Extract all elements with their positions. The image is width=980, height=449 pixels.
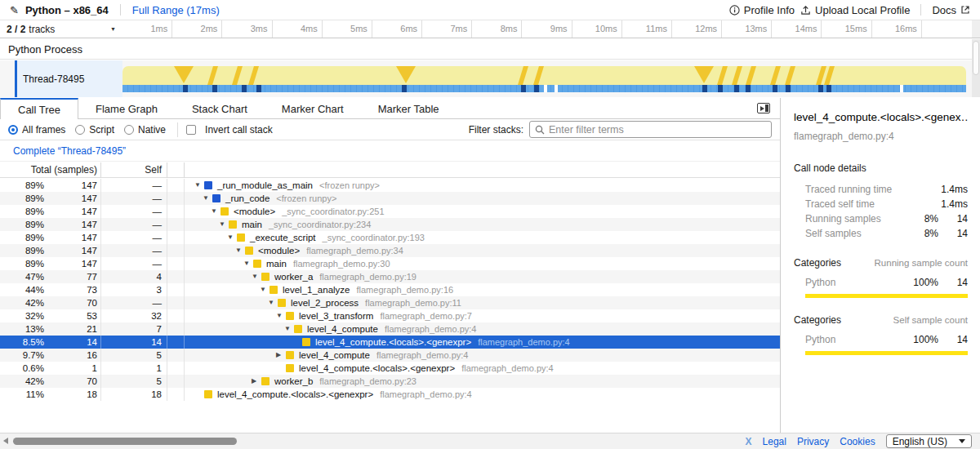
call-tree-row[interactable]: 42% 70 5 ▶ worker_b flamegraph_demo.py:2… <box>0 375 780 388</box>
row-function-cell: level_4_compute.<locals>.<genexpr> flame… <box>185 388 780 401</box>
language-select[interactable]: English (US) <box>886 434 972 448</box>
category-color-swatch <box>253 260 261 268</box>
row-gap-cell <box>167 362 185 375</box>
tracks-dropdown[interactable]: 2 / 2 tracks ▼ <box>0 20 122 38</box>
call-tree-row[interactable]: 47% 77 4 ▼ worker_a flamegraph_demo.py:1… <box>0 270 780 283</box>
invert-checkbox[interactable] <box>186 125 196 135</box>
footer-link-list: LegalPrivacyCookies <box>763 436 875 447</box>
thread-track-label[interactable]: Thread-78495 <box>17 60 122 97</box>
file-location: <frozen runpy> <box>319 179 380 192</box>
tick-label: 13ms <box>722 20 772 38</box>
radio-label: Script <box>89 124 114 136</box>
row-gap-cell <box>167 179 185 192</box>
expand-collapse-icon[interactable]: ▼ <box>268 296 278 309</box>
tab-marker-chart[interactable]: Marker Chart <box>265 98 361 118</box>
call-node-details: Traced running time 1.4ms Traced self ti… <box>794 182 968 241</box>
row-total-percent: 89% <box>0 257 44 270</box>
timeline-vertical-scrollbar[interactable] <box>972 39 980 97</box>
call-tree-row[interactable]: 89% 147 — ▼ _run_code <frozen runpy> <box>0 192 780 205</box>
thread-activity-track[interactable] <box>122 64 972 97</box>
row-gap-cell <box>167 349 185 362</box>
expand-collapse-icon[interactable]: ▼ <box>194 179 204 192</box>
expand-collapse-icon[interactable]: ▼ <box>260 283 270 296</box>
category-bar <box>805 351 968 355</box>
expand-collapse-icon[interactable]: ▼ <box>227 231 237 244</box>
call-tree: 89% 147 — ▼ _run_module_as_main <frozen … <box>0 179 780 401</box>
row-function-cell: ▼ main flamegraph_demo.py:30 <box>185 257 780 270</box>
call-tree-row[interactable]: 42% 70 — ▼ level_2_process flamegraph_de… <box>0 296 780 309</box>
row-total-percent: 0.6% <box>0 362 44 375</box>
footer-link-privacy[interactable]: Privacy <box>797 436 829 447</box>
docs-link[interactable]: Docs <box>932 4 970 16</box>
sidebar-toggle-icon[interactable] <box>757 103 770 113</box>
horizontal-scroll-thumb[interactable] <box>13 438 237 445</box>
radio-button-icon[interactable] <box>124 125 134 135</box>
process-track-header[interactable]: Python Process <box>0 39 972 60</box>
expand-collapse-icon[interactable]: ▼ <box>203 192 212 205</box>
x-social-icon[interactable]: X <box>746 436 752 447</box>
call-tree-row[interactable]: 8.5% 14 14 level_4_compute.<locals>.<gen… <box>0 336 780 349</box>
profile-meta: ✎ Python – x86_64 Full Range (17ms) <box>10 4 220 16</box>
call-tree-row[interactable]: 89% 147 — ▼ _run_module_as_main <frozen … <box>0 179 780 192</box>
call-tree-row[interactable]: 89% 147 — ▼ main _sync_coordinator.py:23… <box>0 218 780 231</box>
expand-collapse-icon[interactable]: ▼ <box>219 218 229 231</box>
radio-native[interactable]: Native <box>124 124 166 136</box>
tick-label: 4ms <box>273 20 323 38</box>
timeline-scroll-thumb[interactable] <box>973 41 979 75</box>
radio-button-icon[interactable] <box>8 125 18 135</box>
file-location: flamegraph_demo.py:11 <box>365 296 461 309</box>
radio-all-frames[interactable]: All frames <box>8 124 65 136</box>
row-function-cell: level_4_compute.<locals>.<genexpr> flame… <box>185 362 780 375</box>
breadcrumb-complete-thread[interactable]: Complete “Thread-78495” <box>13 145 126 157</box>
invert-call-stack-toggle[interactable]: Invert call stack <box>186 124 273 136</box>
footer-link-legal[interactable]: Legal <box>763 436 786 447</box>
sample-dense-segment <box>521 85 526 92</box>
call-tree-row[interactable]: 11% 18 18 level_4_compute.<locals>.<gene… <box>0 388 780 401</box>
full-range-link[interactable]: Full Range (17ms) <box>132 4 220 16</box>
profile-info-button[interactable]: Profile Info <box>729 4 795 16</box>
call-tree-row[interactable]: 44% 73 3 ▼ level_1_analyze flamegraph_de… <box>0 283 780 296</box>
row-total-percent: 89% <box>0 192 44 205</box>
expand-collapse-icon[interactable]: ▼ <box>276 309 286 322</box>
tick-label: 11ms <box>622 20 672 38</box>
sample-dense-segment <box>242 85 247 92</box>
call-tree-row[interactable]: 32% 53 32 ▼ level_3_transform flamegraph… <box>0 309 780 322</box>
category-count: 14 <box>938 334 968 345</box>
tab-call-tree[interactable]: Call Tree <box>0 98 78 119</box>
column-header-self[interactable]: Self <box>101 162 167 178</box>
activity-graph <box>122 66 966 85</box>
call-tree-row[interactable]: 89% 147 — ▼ <module> _sync_coordinator.p… <box>0 205 780 218</box>
profile-title[interactable]: Python – x86_64 <box>25 4 109 16</box>
radio-button-icon[interactable] <box>75 125 85 135</box>
edit-profile-name-icon[interactable]: ✎ <box>10 4 19 16</box>
expand-collapse-icon[interactable]: ▼ <box>252 270 261 283</box>
expand-collapse-icon[interactable]: ▶ <box>252 375 261 388</box>
tab-flame-graph[interactable]: Flame Graph <box>78 98 175 118</box>
expand-collapse-icon[interactable]: ▼ <box>284 322 294 336</box>
upload-profile-button[interactable]: Upload Local Profile <box>800 4 910 16</box>
tab-stack-chart[interactable]: Stack Chart <box>175 98 265 118</box>
call-tree-row[interactable]: 0.6% 1 1 level_4_compute.<locals>.<genex… <box>0 362 780 375</box>
column-header-total[interactable]: Total (samples) <box>0 162 101 178</box>
function-name: level_4_compute.<locals>.<genexpr> <box>315 336 471 349</box>
expand-collapse-icon[interactable]: ▼ <box>211 205 220 218</box>
docs-label: Docs <box>932 4 956 16</box>
scroll-left-arrow-icon[interactable] <box>3 438 8 444</box>
call-tree-row[interactable]: 89% 147 — ▼ _execute_script _sync_coordi… <box>0 231 780 244</box>
category-color-swatch <box>286 312 294 320</box>
tab-marker-table[interactable]: Marker Table <box>361 98 457 118</box>
expand-collapse-icon[interactable]: ▶ <box>276 349 286 362</box>
filter-search-box[interactable] <box>529 121 772 138</box>
category-color-swatch <box>261 273 270 281</box>
call-tree-row[interactable]: 89% 147 — ▼ <module> flamegraph_demo.py:… <box>0 244 780 257</box>
expand-collapse-icon[interactable]: ▼ <box>235 244 245 257</box>
radio-script[interactable]: Script <box>75 124 114 136</box>
call-tree-row[interactable]: 89% 147 — ▼ main flamegraph_demo.py:30 <box>0 257 780 270</box>
category-name: Python <box>794 277 907 288</box>
filter-stacks-input[interactable] <box>549 124 766 136</box>
expand-collapse-icon[interactable]: ▼ <box>243 257 253 270</box>
footer-link-cookies[interactable]: Cookies <box>840 436 875 447</box>
call-tree-row[interactable]: 13% 21 7 ▼ level_4_compute flamegraph_de… <box>0 322 780 336</box>
call-tree-row[interactable]: 9.7% 16 5 ▶ level_4_compute flamegraph_d… <box>0 349 780 362</box>
category-header-label: Categories <box>794 257 875 269</box>
